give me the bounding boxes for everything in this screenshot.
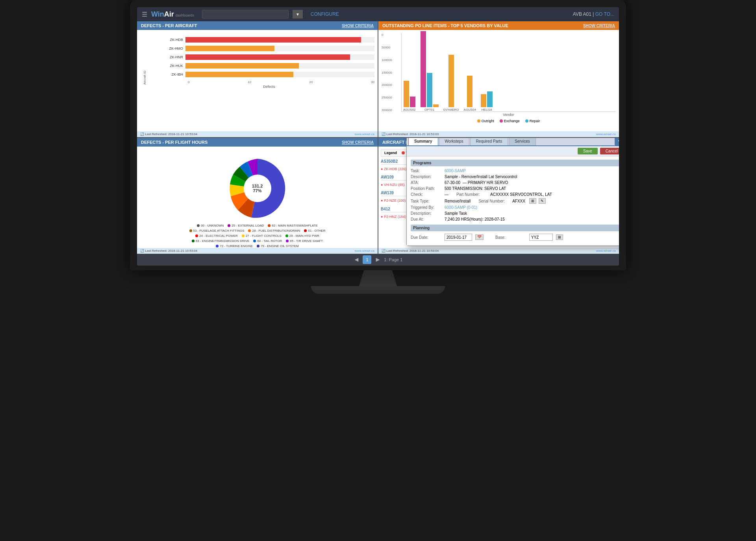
outstanding-po-show-criteria[interactable]: SHOW CRITERIA [583, 24, 615, 28]
defects-per-aircraft-header: DEFECTS - PER AIRCRAFT SHOW CRITERIA [137, 21, 378, 30]
prog-desc-row: Description: Sample - Remove/Install Lat… [411, 175, 619, 179]
table-row: ZK-IBH [164, 72, 374, 77]
action-bar: Save Cancel [407, 146, 619, 156]
x-axis: 0102030 [164, 80, 374, 84]
planning-section-header: Planning [411, 225, 619, 231]
outstanding-po-chart: 300000250000200000150000100000500000 A [378, 30, 619, 125]
cancel-button[interactable]: Cancel [600, 148, 619, 154]
vendor-axis-label: Vendor [401, 113, 616, 117]
bar-group [404, 81, 415, 107]
search-input[interactable] [202, 10, 289, 19]
pagination-bar: ◄ 1 ► 1: Page 1 [137, 254, 619, 266]
y-axis: 300000250000200000150000100000500000 [382, 33, 392, 112]
bar-group [448, 55, 454, 107]
base-lookup-btn[interactable]: ⊞ [556, 234, 563, 240]
list-item[interactable]: ● P2-HNZ (184) [381, 215, 406, 219]
prog-serial-no-value: AFXXX [512, 199, 525, 203]
task-summary-body: Programs Task: 6000-SAMP Description: Sa… [407, 156, 619, 245]
winair-link[interactable]: www.winair.ca [596, 249, 616, 253]
top-bar: ☰ WinAir dashboards ▼ CONFIGURE AVB A01 … [137, 7, 619, 21]
outstanding-po-title: OUTSTANDING PO LINE ITEMS - TOP 5 VENDOR… [382, 23, 508, 28]
bar-group [467, 76, 472, 107]
configure-link[interactable]: CONFIGURE [311, 11, 339, 17]
panel-footer: 🔄 Last Refreshed: 2018-11-21 10:53:03 ww… [378, 131, 619, 137]
defects-per-aircraft-chart: Aircraft ID ZK-HDB ZK-HMO [137, 30, 378, 125]
prog-ata-suffix: — PRIMARY H/R SERVO [463, 180, 508, 185]
prog-check-partno-row: Check: — Part Number: ACXXXXX SERVOCONTR… [411, 192, 619, 198]
defects-per-flight-header: DEFECTS - PER FLIGHT HOURS SHOW CRITERIA [137, 138, 378, 147]
winair-link[interactable]: www.winair.ca [355, 132, 374, 136]
prog-task-row: Task: 6000-SAMP [411, 169, 619, 173]
pie-legend: 00 - UNKNOWN 25 - EXTERNAL LOAD 62 - MAI… [175, 224, 340, 248]
winair-link[interactable]: www.winair.ca [355, 249, 374, 253]
pie-label: 131.277% [252, 184, 263, 193]
save-button[interactable]: Save [578, 148, 598, 154]
legend-item: Exchange [500, 119, 520, 123]
plan-due-date-input[interactable] [445, 234, 472, 241]
prog-tasktype-serialno-row: Task Type: Remove/Install Serial Number:… [411, 198, 619, 205]
prog-pos-row: Position Path: 500 TRANSMISSION: SERVO L… [411, 186, 619, 191]
tab-worksteps[interactable]: Worksteps [439, 138, 469, 145]
tab-summary[interactable]: Summary [408, 138, 438, 145]
programs-content: Task: 6000-SAMP Description: Sample - Re… [411, 169, 619, 221]
prog-desc-value: Sample - Remove/Install Lat Servocontrol [445, 175, 517, 179]
prog-triggered-row: Triggered By: 6000-SAMP (0-01) [411, 205, 619, 210]
prog-triggered-link[interactable]: 6000-SAMP (0-01) [445, 205, 477, 210]
planning-section: Planning Due Date: 📅 Base: [411, 225, 619, 242]
top-bar-right: AVB A01 | GO TO... [573, 11, 614, 17]
app-subtitle: dashboards [176, 13, 194, 17]
tab-required-parts[interactable]: Required Parts [470, 138, 508, 145]
table-row: ZK-HNR [164, 54, 374, 60]
prev-page-button[interactable]: ◄ [354, 256, 360, 263]
table-row: ZK-HDB [164, 37, 374, 43]
task-summary-overlay: Task - Summary ✕ Work Order: 190103 Task… [406, 138, 619, 246]
vendor-label: HELI18 [482, 108, 492, 112]
list-item[interactable]: ● P2-NZE (100) [381, 199, 406, 203]
x-axis-label: Defects [164, 85, 374, 89]
prog-triggered-desc-row: Description: Sample Task [411, 211, 619, 216]
plan-due-date-row: Due Date: 📅 [411, 234, 484, 241]
monitor-neck [354, 270, 402, 286]
plan-base-input[interactable] [529, 234, 553, 241]
legend-item: Outright [477, 119, 494, 123]
dashboard-grid: DEFECTS - PER AIRCRAFT SHOW CRITERIA Air… [137, 21, 619, 254]
defects-per-aircraft-panel: DEFECTS - PER AIRCRAFT SHOW CRITERIA Air… [137, 21, 378, 137]
prog-ata-value: 67-30-00 [445, 180, 460, 185]
tab-bar: Summary Worksteps Required Parts Service… [407, 138, 619, 146]
list-item[interactable]: ● ZK-HDB (226) [381, 167, 406, 171]
table-row: ZK-HUK [164, 63, 374, 69]
table-row: ZK-HMO [164, 46, 374, 51]
defects-per-flight-chart: 131.277% 00 - UNKNOWN 25 - EXTERNAL LOAD… [137, 147, 378, 242]
prog-due-row: Due At: 7,240.20 HRS(Hours): 2028-07-15 [411, 217, 619, 221]
prog-pos-value: 500 TRANSMISSION: SERVO LAT [445, 186, 506, 191]
prog-task-type-value: Remove/Install [445, 199, 471, 203]
serial-edit-btn[interactable]: ✎ [539, 198, 546, 204]
more-options-icon[interactable]: ▼ [615, 138, 619, 145]
prog-due-value: 7,240.20 HRS(Hours): 2028-07-15 [445, 217, 505, 221]
prog-task-link[interactable]: 6000-SAMP [445, 169, 466, 173]
bar-chart-area: AGUS02 OPT01 [401, 33, 616, 112]
panel-footer: 🔄 Last Refreshed: 2018-11-21 10:53:04 ww… [137, 248, 378, 254]
due-date-calendar-btn[interactable]: 📅 [475, 234, 484, 240]
app-logo: WinAir [151, 10, 174, 19]
list-item[interactable]: ● VH-NZU (65) [381, 183, 404, 187]
search-dropdown[interactable]: ▼ [293, 10, 303, 19]
vendor-label: AGUS04 [464, 108, 476, 112]
current-page[interactable]: 1 [363, 255, 371, 264]
pie-chart: 131.277% [226, 157, 289, 220]
next-page-button[interactable]: ► [374, 256, 381, 263]
tab-services[interactable]: Services [509, 138, 536, 145]
serial-lookup-btn[interactable]: ⊞ [529, 198, 536, 204]
defects-per-flight-title: DEFECTS - PER FLIGHT HOURS [141, 140, 208, 145]
defects-per-aircraft-show-criteria[interactable]: SHOW CRITERIA [342, 24, 374, 28]
defects-per-flight-show-criteria[interactable]: SHOW CRITERIA [342, 140, 374, 145]
menu-icon[interactable]: ☰ [142, 11, 147, 18]
panel-footer: 🔄 Last Refreshed: 2018-11-21 10:53:04 ww… [137, 131, 378, 137]
defects-per-aircraft-title: DEFECTS - PER AIRCRAFT [141, 23, 197, 28]
chart-legend: Outright Exchange Repair [401, 119, 616, 123]
defects-per-flight-panel: DEFECTS - PER FLIGHT HOURS SHOW CRITERIA [137, 138, 378, 254]
page-label: 1: Page 1 [384, 257, 402, 262]
bar-group [481, 91, 493, 107]
winair-link[interactable]: www.winair.ca [596, 132, 616, 136]
go-to-link[interactable]: GO TO... [595, 11, 614, 17]
